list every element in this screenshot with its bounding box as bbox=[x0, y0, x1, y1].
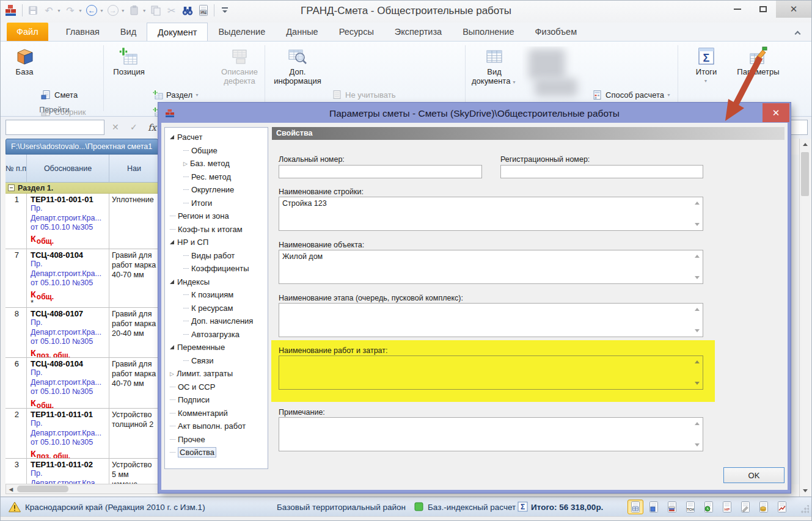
scrollbar-thumb[interactable] bbox=[801, 152, 809, 196]
dialog-tree-item[interactable]: Свойства bbox=[165, 446, 268, 459]
price-indices-icon[interactable]: ИЦ bbox=[196, 3, 211, 18]
base-button[interactable]: База bbox=[8, 45, 41, 76]
expanded-icon[interactable] bbox=[170, 345, 174, 349]
save-icon[interactable] bbox=[26, 3, 40, 18]
dialog-tree-item[interactable]: К ресурсам bbox=[165, 302, 268, 315]
find-icon[interactable] bbox=[180, 3, 195, 18]
dialog-tree-item[interactable]: Общие bbox=[165, 144, 268, 158]
chevron-up-icon[interactable] bbox=[695, 422, 700, 425]
dialog-tree-item[interactable]: Переменные bbox=[165, 341, 268, 354]
chevron-up-icon[interactable] bbox=[695, 202, 700, 205]
smeta-button[interactable]: Смета bbox=[41, 88, 92, 101]
stage-name-textarea[interactable] bbox=[279, 303, 703, 337]
view-tsn-doc-icon[interactable]: ТСН bbox=[682, 500, 698, 514]
dialog-tree-item[interactable]: Коэффициенты bbox=[165, 262, 268, 275]
forward-icon[interactable]: → bbox=[106, 3, 120, 18]
view-estimate-icon[interactable] bbox=[627, 500, 643, 514]
dialog-tree-item[interactable]: Округление bbox=[165, 183, 268, 197]
dialog-tree-item[interactable]: Регион и зона bbox=[165, 209, 268, 223]
chevron-down-icon[interactable] bbox=[695, 329, 700, 332]
expanded-icon[interactable] bbox=[170, 240, 174, 244]
cut-icon[interactable]: ✂ bbox=[164, 3, 179, 18]
dropdown-arrow-icon[interactable]: ▼ bbox=[121, 9, 125, 13]
view-resource-doc-icon[interactable] bbox=[701, 500, 717, 514]
document-view-button[interactable]: Вид документа ▼ bbox=[469, 45, 520, 87]
view-coins-doc-icon[interactable] bbox=[756, 500, 772, 514]
col-header-name[interactable]: Наи bbox=[109, 155, 159, 183]
view-draft-doc-icon[interactable] bbox=[737, 500, 753, 514]
paste-icon[interactable] bbox=[127, 3, 142, 18]
chevron-up-icon[interactable] bbox=[695, 308, 700, 311]
chevron-down-icon[interactable] bbox=[695, 223, 700, 226]
tab-Экспертиза[interactable]: Экспертиза bbox=[384, 23, 452, 41]
chevron-up-icon[interactable] bbox=[695, 255, 700, 258]
scroll-left-icon[interactable]: ◄ bbox=[6, 486, 16, 493]
defect-description-button[interactable]: Описание дефекта bbox=[216, 45, 263, 86]
view-flag-doc-icon[interactable] bbox=[664, 500, 680, 514]
minimize-button[interactable] bbox=[725, 1, 750, 18]
dialog-tree-item[interactable]: ▷Баз. метод bbox=[165, 157, 268, 170]
confirm-entry-icon[interactable]: ✓ bbox=[130, 122, 137, 132]
works-name-textarea[interactable] bbox=[279, 355, 703, 390]
position-button[interactable]: Позиция bbox=[109, 45, 148, 76]
dialog-tree-item[interactable]: Итоги bbox=[165, 197, 268, 210]
dialog-tree-item[interactable]: К позициям bbox=[165, 288, 268, 302]
construction-name-textarea[interactable]: Стройка 123 bbox=[279, 197, 703, 231]
app-logo-icon[interactable] bbox=[4, 3, 19, 18]
close-button[interactable]: ✕ bbox=[776, 1, 811, 18]
ok-button[interactable]: OK bbox=[723, 467, 785, 483]
undo-icon[interactable]: ↶ bbox=[42, 3, 56, 18]
dialog-tree-item[interactable]: Рес. метод bbox=[165, 170, 268, 184]
copy-icon[interactable] bbox=[148, 3, 163, 18]
calculation-method-button[interactable]: Способ расчета▼ bbox=[592, 88, 677, 101]
dialog-tree-item[interactable]: Доп. начисления bbox=[165, 315, 268, 328]
scroll-down-icon[interactable] bbox=[803, 489, 808, 492]
view-blue-doc-icon[interactable] bbox=[646, 500, 662, 514]
status-calc-method[interactable]: Баз.-индексный расчет bbox=[428, 497, 516, 517]
dialog-tree-item[interactable]: Связи bbox=[165, 354, 268, 368]
col-header-num[interactable]: № п.п bbox=[5, 155, 27, 183]
tab-Вид[interactable]: Вид bbox=[110, 23, 147, 41]
tab-Главная[interactable]: Главная bbox=[56, 23, 110, 41]
collapse-section-icon[interactable] bbox=[8, 184, 15, 191]
tab-Документ[interactable]: Документ bbox=[147, 23, 208, 41]
totals-button[interactable]: Σ Итоги ▼ bbox=[689, 45, 724, 86]
tab-Физобъем[interactable]: Физобъем bbox=[525, 23, 588, 41]
dialog-tree-item[interactable]: Комментарий bbox=[165, 407, 268, 420]
dialog-title-bar[interactable]: Параметры сметы - Сметы (SkyDrive)\Общес… bbox=[161, 106, 788, 123]
chevron-down-icon[interactable] bbox=[695, 382, 700, 385]
resize-grip[interactable] bbox=[800, 505, 809, 514]
collapsed-icon[interactable]: ▷ bbox=[183, 161, 188, 167]
tab-file[interactable]: Файл bbox=[7, 23, 48, 41]
note-textarea[interactable] bbox=[279, 417, 703, 451]
expanded-icon[interactable] bbox=[170, 280, 174, 284]
dialog-tree-item[interactable]: Подписи bbox=[165, 393, 268, 407]
reg-number-input[interactable] bbox=[500, 165, 703, 178]
vertical-scrollbar[interactable] bbox=[799, 139, 810, 497]
not-count-button[interactable]: Не учитывать bbox=[332, 88, 422, 101]
object-name-textarea[interactable]: Жилой дом bbox=[279, 250, 703, 284]
horizontal-scrollbar[interactable]: ◄ bbox=[5, 484, 159, 494]
scroll-up-icon[interactable] bbox=[803, 143, 808, 146]
dialog-tree-item[interactable]: НР и СП bbox=[165, 236, 268, 249]
view-chart-doc-icon[interactable] bbox=[774, 500, 790, 514]
additional-info-button[interactable]: Доп. информация bbox=[268, 45, 327, 86]
name-box[interactable] bbox=[5, 120, 104, 135]
dialog-tree-item[interactable]: Прочее bbox=[165, 433, 268, 446]
dropdown-arrow-icon[interactable]: ▼ bbox=[57, 9, 61, 13]
dialog-tree-item[interactable]: ОС и ССР bbox=[165, 381, 268, 394]
dialog-close-button[interactable]: ✕ bbox=[763, 103, 789, 122]
view-nr-doc-icon[interactable]: НР bbox=[719, 500, 735, 514]
tab-Данные[interactable]: Данные bbox=[276, 23, 328, 41]
dialog-tree-item[interactable]: Индексы bbox=[165, 275, 268, 289]
tab-Ресурсы[interactable]: Ресурсы bbox=[329, 23, 384, 41]
expanded-icon[interactable] bbox=[170, 135, 174, 139]
redo-icon[interactable]: ↷ bbox=[63, 3, 78, 18]
dialog-tree-item[interactable]: Автозагрузка bbox=[165, 328, 268, 341]
status-total[interactable]: Итого: 56 318,00р. bbox=[531, 497, 603, 517]
col-header-justification[interactable]: Обоснование bbox=[27, 155, 109, 183]
local-number-input[interactable] bbox=[279, 165, 482, 178]
tab-Выделение[interactable]: Выделение bbox=[208, 23, 276, 41]
document-tab[interactable]: F:\Users\adostovalo...\Проектная смета1 bbox=[5, 139, 158, 155]
dropdown-arrow-icon[interactable]: ▼ bbox=[142, 9, 147, 13]
